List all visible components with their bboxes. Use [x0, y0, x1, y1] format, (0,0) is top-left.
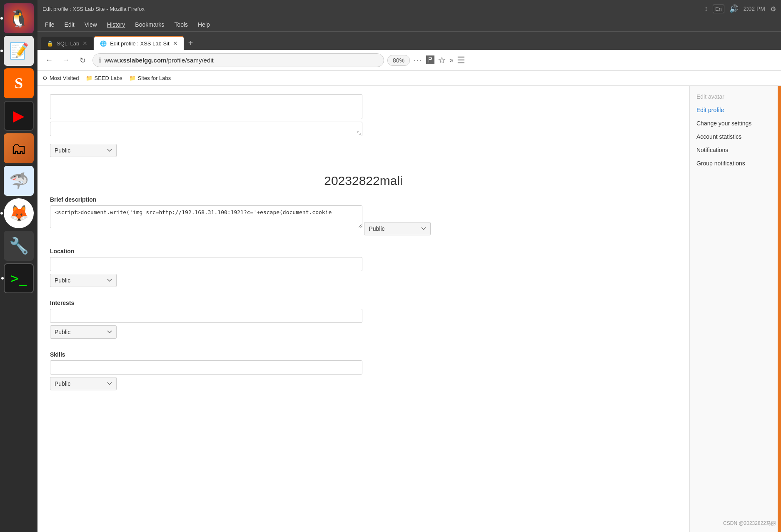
tab-favicon: 🔒: [47, 40, 53, 47]
pocket-icon[interactable]: 🅿: [426, 55, 434, 65]
brief-description-section: Brief description <script>document.write…: [50, 196, 677, 240]
interests-visibility-select[interactable]: Public Friends Private: [50, 325, 117, 339]
clock: 2:02 PM: [744, 5, 765, 12]
menu-view[interactable]: View: [80, 20, 101, 30]
bookmark-sites-for-labs[interactable]: 📁 Sites for Labs: [129, 75, 171, 81]
location-label: Location: [50, 248, 677, 255]
text-editor-icon[interactable]: 📝: [4, 36, 34, 66]
interests-label: Interests: [50, 300, 677, 306]
forward-button[interactable]: →: [59, 54, 72, 67]
url-bar[interactable]: ℹ www.xsslabelgg.com/profile/samy/edit: [92, 53, 384, 67]
sidebar-notifications[interactable]: Notifications: [690, 143, 781, 157]
skills-input[interactable]: [50, 360, 362, 375]
location-section: Location Public Friends Private: [50, 248, 677, 292]
refresh-button[interactable]: ↻: [76, 54, 89, 67]
top-textarea-section: [50, 94, 677, 136]
sidebar-change-settings[interactable]: Change your settings: [690, 117, 781, 130]
tab-close-button[interactable]: ✕: [173, 40, 178, 47]
main-content: Public Friends Private 20232822mali Brie…: [37, 86, 689, 532]
tab-label: SQLi Lab: [57, 40, 79, 47]
terminal-icon[interactable]: >_: [4, 263, 34, 293]
firefox-icon[interactable]: 🦊: [4, 198, 34, 228]
bookmark-label: Most Visited: [50, 75, 79, 81]
more-options-icon[interactable]: ···: [413, 55, 423, 65]
sidebar-orange-bar: [778, 86, 781, 532]
zoom-level[interactable]: 80%: [387, 55, 410, 66]
gear-icon: ⚙: [42, 75, 47, 81]
info-icon: ℹ: [99, 56, 101, 64]
skills-label: Skills: [50, 351, 677, 358]
tab-favicon: 🌐: [100, 40, 107, 47]
address-bar: ← → ↻ ℹ www.xsslabelgg.com/profile/samy/…: [37, 50, 781, 71]
back-button[interactable]: ←: [42, 54, 56, 67]
keyboard-lang: En: [713, 5, 724, 13]
terminal-red-icon[interactable]: ▶: [4, 101, 34, 131]
folder-icon: 📁: [129, 75, 136, 81]
bookmark-most-visited[interactable]: ⚙ Most Visited: [42, 75, 79, 81]
tab-close-button[interactable]: ✕: [82, 40, 87, 47]
sublime-icon[interactable]: S: [4, 68, 34, 98]
resize-handle: [357, 131, 361, 135]
skills-section: Skills Public Friends Private: [50, 351, 677, 395]
top-visibility-select[interactable]: Public Friends Private: [50, 144, 117, 157]
menu-tools[interactable]: Tools: [170, 20, 192, 30]
folder-icon: 📁: [86, 75, 92, 81]
top-textarea-small[interactable]: [50, 122, 362, 136]
bookmark-seed-labs[interactable]: 📁 SEED Labs: [86, 75, 122, 81]
menu-file[interactable]: File: [41, 20, 59, 30]
wireshark-icon[interactable]: 🦈: [4, 166, 34, 196]
hamburger-icon[interactable]: ☰: [457, 55, 465, 66]
sidebar-edit-avatar[interactable]: Edit avatar: [690, 90, 781, 103]
brief-description-input[interactable]: <script>document.write('img src=http://1…: [50, 205, 362, 228]
browser-window: Edit profile : XSS Lab Site - Mozilla Fi…: [37, 0, 781, 532]
top-visibility-section: Public Friends Private: [50, 144, 677, 162]
title-bar: Edit profile : XSS Lab Site - Mozilla Fi…: [37, 0, 781, 17]
file-manager-icon[interactable]: 🗂: [4, 133, 34, 163]
system-settings-icon[interactable]: 🔧: [4, 231, 34, 261]
username-display: 20232822mali: [50, 170, 677, 196]
menu-bar: File Edit View History Bookmarks Tools H…: [37, 17, 781, 32]
profile-sidebar: Edit avatar Edit profile Change your set…: [689, 86, 781, 532]
tab-sqli-lab[interactable]: 🔒 SQLi Lab ✕: [41, 37, 93, 50]
skills-visibility-select[interactable]: Public Friends Private: [50, 377, 117, 390]
bookmark-label: Sites for Labs: [138, 75, 171, 81]
menu-help[interactable]: Help: [194, 20, 214, 30]
csdn-watermark: CSDN @20232822马丽: [723, 520, 776, 527]
bookmark-star-icon[interactable]: ☆: [438, 55, 446, 66]
location-input[interactable]: [50, 257, 362, 271]
tab-label: Edit profile : XSS Lab Sit: [110, 40, 169, 47]
url-display: www.xsslabelgg.com/profile/samy/edit: [105, 57, 214, 64]
interests-section: Interests Public Friends Private: [50, 300, 677, 344]
volume-icon: 🔊: [729, 4, 739, 13]
power-icon: ⚙: [770, 5, 776, 13]
ubuntu-icon[interactable]: 🐧: [4, 3, 34, 33]
brief-description-label: Brief description: [50, 196, 677, 203]
brief-description-visibility-select[interactable]: Public Friends Private: [364, 222, 431, 235]
location-visibility-select[interactable]: Public Friends Private: [50, 274, 117, 287]
address-bar-actions: ··· 🅿 ☆ » ☰: [413, 55, 465, 66]
sidebar-group-notifications[interactable]: Group notifications: [690, 157, 781, 170]
sidebar-account-stats[interactable]: Account statistics: [690, 130, 781, 143]
tab-bar: 🔒 SQLi Lab ✕ 🌐 Edit profile : XSS Lab Si…: [37, 32, 781, 50]
network-icon: ↕: [704, 5, 708, 12]
new-tab-button[interactable]: +: [185, 37, 197, 49]
menu-bookmarks[interactable]: Bookmarks: [131, 20, 168, 30]
application-dock: 🐧 📝 S ▶ 🗂 🦈 🦊 🔧 >_: [0, 0, 37, 532]
chevron-right-icon[interactable]: »: [449, 56, 454, 65]
menu-history[interactable]: History: [103, 20, 130, 30]
bookmarks-bar: ⚙ Most Visited 📁 SEED Labs 📁 Sites for L…: [37, 71, 781, 86]
top-textarea[interactable]: [50, 94, 362, 119]
menu-edit[interactable]: Edit: [60, 20, 79, 30]
interests-input[interactable]: [50, 309, 362, 323]
sidebar-edit-profile[interactable]: Edit profile: [690, 103, 781, 117]
bookmark-label: SEED Labs: [95, 75, 122, 81]
page-content-area: Public Friends Private 20232822mali Brie…: [37, 86, 781, 532]
window-title: Edit profile : XSS Lab Site - Mozilla Fi…: [42, 6, 145, 12]
tab-edit-profile[interactable]: 🌐 Edit profile : XSS Lab Sit ✕: [94, 36, 183, 50]
